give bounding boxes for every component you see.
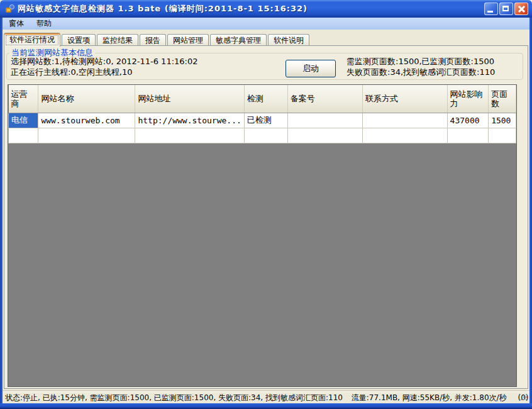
tab-sensitive-dict-management[interactable]: 敏感字典管理: [210, 34, 267, 46]
site-info-line2: 正在运行主线程:0,空闲主线程,10: [11, 67, 198, 77]
site-info-lines: 选择网站数:1,待检测网站:0, 2012-11-6 11:16:02 正在运行…: [11, 56, 198, 77]
site-info-line1: 选择网站数:1,待检测网站:0, 2012-11-6 11:16:02: [11, 56, 198, 67]
menu-item-window[interactable]: 窗体: [3, 18, 30, 30]
cell-detect[interactable]: [244, 128, 287, 143]
maximize-icon[interactable]: [499, 3, 513, 15]
cell-contact[interactable]: [363, 113, 448, 128]
minimize-icon[interactable]: [484, 3, 498, 15]
tab-report[interactable]: 报告: [140, 34, 166, 46]
table-row: [9, 128, 516, 143]
cell-page-count[interactable]: 1500: [489, 113, 516, 128]
tab-software-help[interactable]: 软件说明: [268, 34, 309, 46]
table-row: 电信 www.stourweb.com http://www.stourwe..…: [9, 113, 516, 128]
col-header-site-influence[interactable]: 网站影响力: [447, 85, 489, 113]
sites-grid: 运营商 网站名称 网站地址 检测 备案号 联系方式 网站影响力 页面数 电信 w…: [8, 84, 517, 387]
cell-site-influence[interactable]: 437000: [447, 113, 489, 128]
cell-site-name[interactable]: [38, 128, 135, 143]
window-border-right: [529, 18, 532, 409]
stats-line1: 需监测页面数:1500,已监测页面数:1500: [346, 56, 495, 67]
tab-software-running-status[interactable]: 软件运行情况: [4, 33, 60, 47]
tab-settings[interactable]: 设置项: [62, 34, 96, 46]
window-border-bottom: [0, 403, 532, 409]
cell-record-number[interactable]: [287, 113, 362, 128]
tabstrip: 软件运行情况 设置项 监控结果 报告 网站管理 敏感字典管理 软件说明: [4, 32, 309, 46]
cell-detect[interactable]: 已检测: [244, 113, 287, 128]
stats-line2: 失败页面数:34,找到敏感词汇页面数:110: [346, 67, 495, 77]
menu-item-help[interactable]: 帮助: [30, 18, 58, 30]
col-header-contact[interactable]: 联系方式: [363, 85, 448, 113]
tab-site-management[interactable]: 网站管理: [167, 34, 209, 46]
cell-carrier[interactable]: [9, 128, 38, 143]
cell-site-address[interactable]: [135, 128, 244, 143]
col-header-site-name[interactable]: 网站名称: [38, 85, 135, 113]
cell-page-count[interactable]: [489, 128, 516, 143]
col-header-detect[interactable]: 检测: [244, 85, 287, 113]
tab-monitor-results[interactable]: 监控结果: [97, 34, 138, 46]
statusbar: 状态:停止, 已执:15分钟, 需监测页面:1500, 已监测页面:1500, …: [3, 391, 529, 403]
traffic-text: 流量:77.1MB, 网速:55KB/秒, 并发:1.80次/秒: [352, 393, 507, 402]
cell-site-name[interactable]: www.stourweb.com: [38, 113, 135, 128]
cell-record-number[interactable]: [287, 128, 362, 143]
header-row: 运营商 网站名称 网站地址 检测 备案号 联系方式 网站影响力 页面数: [9, 85, 516, 113]
sites-table: 运营商 网站名称 网站地址 检测 备案号 联系方式 网站影响力 页面数 电信 w…: [8, 85, 516, 143]
resize-grip-icon[interactable]: [521, 394, 528, 401]
window-title: 网站敏感文字信息检测器 1.3 bate (编译时间:2011-8-1 15:1…: [18, 0, 308, 18]
window-border-left: [0, 18, 3, 409]
cell-contact[interactable]: [363, 128, 448, 143]
cell-site-address[interactable]: http://www.stourwe...: [135, 113, 244, 128]
current-site-info-groupbox: 当前监测网站基本信息 选择网站数:1,待检测网站:0, 2012-11-6 11…: [6, 47, 523, 80]
menubar: 窗体 帮助: [3, 18, 529, 30]
app-window: 网站敏感文字信息检测器 1.3 bate (编译时间:2011-8-1 15:1…: [0, 0, 532, 409]
col-header-record-number[interactable]: 备案号: [287, 85, 362, 113]
cell-carrier[interactable]: 电信: [9, 113, 38, 128]
col-header-site-address[interactable]: 网站地址: [135, 85, 244, 113]
cell-site-influence[interactable]: [447, 128, 489, 143]
status-text: 状态:停止, 已执:15分钟, 需监测页面:1500, 已监测页面:1500, …: [5, 393, 343, 402]
tabpage-software-running-status: 当前监测网站基本信息 选择网站数:1,待检测网站:0, 2012-11-6 11…: [4, 45, 528, 389]
col-header-page-count[interactable]: 页面数: [489, 85, 516, 113]
monitor-stats-lines: 需监测页面数:1500,已监测页面数:1500 失败页面数:34,找到敏感词汇页…: [346, 56, 495, 77]
titlebar[interactable]: 网站敏感文字信息检测器 1.3 bate (编译时间:2011-8-1 15:1…: [0, 0, 532, 18]
window-controls: [484, 3, 528, 15]
close-icon[interactable]: [514, 3, 528, 15]
app-icon: [4, 4, 14, 14]
col-header-carrier[interactable]: 运营商: [9, 85, 38, 113]
start-button[interactable]: 启动: [285, 60, 336, 77]
